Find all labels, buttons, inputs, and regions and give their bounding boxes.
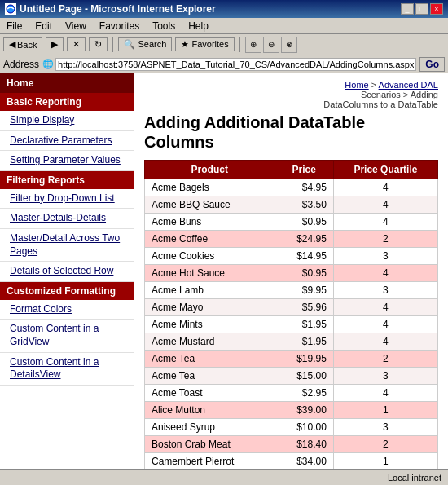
cell-price: $0.95 [275, 214, 333, 231]
ie-icon [5, 3, 16, 15]
column-header-price[interactable]: Price [275, 161, 333, 179]
minimize-button[interactable]: _ [401, 3, 414, 15]
cell-product: Acme Tea [145, 368, 275, 385]
menu-view[interactable]: View [62, 20, 90, 32]
sidebar-item-setting-parameter-values[interactable]: Setting Parameter Values [0, 151, 134, 171]
cell-quartile: 3 [333, 368, 437, 385]
title-bar-left: Untitled Page - Microsoft Internet Explo… [5, 3, 216, 15]
main-content-area: Home Basic Reporting Simple Display Decl… [0, 73, 448, 485]
table-row[interactable]: Acme Bagels$4.954 [145, 179, 438, 196]
cell-quartile: 1 [333, 402, 437, 419]
cell-product: Acme Toast [145, 385, 275, 402]
cell-product: Acme Tea [145, 351, 275, 368]
cell-price: $39.00 [275, 402, 333, 419]
table-row[interactable]: Acme Buns$0.954 [145, 214, 438, 231]
sidebar-item-declarative-parameters[interactable]: Declarative Parameters [0, 131, 134, 152]
sidebar-item-master-detail-two-pages[interactable]: Master/Detail Across Two Pages [0, 229, 134, 262]
cell-price: $24.95 [275, 231, 333, 248]
menu-help[interactable]: Help [185, 20, 212, 32]
cell-price: $1.95 [275, 316, 333, 333]
table-row[interactable]: Boston Crab Meat$18.402 [145, 436, 438, 453]
cell-price: $18.40 [275, 436, 333, 453]
cell-price: $3.50 [275, 196, 333, 214]
search-button[interactable]: 🔍 Search [118, 37, 172, 51]
cell-product: Acme Coffee [145, 231, 275, 248]
sidebar-item-details-selected-row[interactable]: Details of Selected Row [0, 262, 134, 282]
cell-quartile: 4 [333, 333, 437, 351]
favorites-button[interactable]: ★ Favorites [175, 37, 234, 51]
table-row[interactable]: Acme Mayo$5.964 [145, 299, 438, 316]
cell-price: $10.00 [275, 419, 333, 436]
table-row[interactable]: Acme Coffee$24.952 [145, 231, 438, 248]
table-row[interactable]: Acme Lamb$9.953 [145, 282, 438, 299]
cell-quartile: 2 [333, 351, 437, 368]
sidebar-item-custom-content-detailsview[interactable]: Custom Content in a DetailsView [0, 353, 134, 386]
table-row[interactable]: Aniseed Syrup$10.003 [145, 419, 438, 436]
cell-product: Acme Hot Sauce [145, 265, 275, 282]
sidebar: Home Basic Reporting Simple Display Decl… [0, 73, 134, 485]
address-bar: Address 🌐 Go [0, 55, 448, 73]
refresh-button[interactable]: ↻ [89, 37, 108, 51]
table-row[interactable]: Acme Toast$2.954 [145, 385, 438, 402]
cell-quartile: 4 [333, 265, 437, 282]
cell-product: Acme BBQ Sauce [145, 196, 275, 214]
table-row[interactable]: Acme Mints$1.954 [145, 316, 438, 333]
menu-tools[interactable]: Tools [149, 20, 178, 32]
table-row[interactable]: Acme Cookies$14.953 [145, 248, 438, 265]
cell-quartile: 4 [333, 316, 437, 333]
sidebar-item-simple-display[interactable]: Simple Display [0, 111, 134, 131]
media-icon-2[interactable]: ⊖ [263, 37, 279, 53]
breadcrumb-home-link[interactable]: Home [345, 80, 368, 90]
menu-favorites[interactable]: Favorites [96, 20, 143, 32]
cell-product: Acme Buns [145, 214, 275, 231]
table-row[interactable]: Acme Tea$15.003 [145, 368, 438, 385]
cell-quartile: 4 [333, 299, 437, 316]
cell-price: $5.96 [275, 299, 333, 316]
breadcrumb-advanced-dal-link[interactable]: Advanced DAL [379, 80, 438, 90]
column-header-product[interactable]: Product [145, 161, 275, 179]
sidebar-section-filtering-reports[interactable]: Filtering Reports [0, 171, 134, 189]
forward-button[interactable]: ▶ [46, 37, 64, 51]
cell-price: $1.95 [275, 333, 333, 351]
stop-button[interactable]: ✕ [67, 37, 86, 51]
media-buttons: ⊕ ⊖ ⊗ [245, 37, 297, 53]
back-button[interactable]: ◀ Back [3, 37, 42, 51]
cell-price: $19.95 [275, 351, 333, 368]
status-zone: Local intranet [388, 473, 441, 483]
sidebar-item-filter-dropdown[interactable]: Filter by Drop-Down List [0, 189, 134, 209]
menu-edit[interactable]: Edit [32, 20, 55, 32]
breadcrumb-separator-1: > [371, 80, 379, 90]
cell-product: Acme Mints [145, 316, 275, 333]
cell-quartile: 3 [333, 419, 437, 436]
sidebar-item-format-colors[interactable]: Format Colors [0, 300, 134, 320]
sidebar-section-basic-reporting[interactable]: Basic Reporting [0, 93, 134, 111]
sidebar-section-customized-formatting[interactable]: Customized Formatting [0, 282, 134, 300]
media-icon-1[interactable]: ⊕ [245, 37, 261, 53]
table-row[interactable]: Acme BBQ Sauce$3.504 [145, 196, 438, 214]
column-header-quartile[interactable]: Price Quartile [333, 161, 437, 179]
table-row[interactable]: Acme Hot Sauce$0.954 [145, 265, 438, 282]
cell-product: Acme Mustard [145, 333, 275, 351]
cell-product: Aniseed Syrup [145, 419, 275, 436]
cell-quartile: 3 [333, 248, 437, 265]
menu-bar: File Edit View Favorites Tools Help [0, 18, 448, 34]
page-title: Adding Additional DataTable Columns [144, 112, 438, 152]
table-row[interactable]: Camembert Pierrot$34.001 [145, 453, 438, 470]
table-row[interactable]: Acme Tea$19.952 [145, 351, 438, 368]
close-button[interactable]: × [430, 3, 443, 15]
maximize-button[interactable]: □ [415, 3, 428, 15]
media-icon-3[interactable]: ⊗ [281, 37, 297, 53]
cell-price: $9.95 [275, 282, 333, 299]
sidebar-item-custom-content-gridview[interactable]: Custom Content in a GridView [0, 320, 134, 352]
go-button[interactable]: Go [419, 57, 445, 72]
cell-quartile: 4 [333, 214, 437, 231]
window-controls[interactable]: _ □ × [401, 3, 443, 15]
address-input[interactable] [55, 58, 416, 71]
cell-price: $0.95 [275, 265, 333, 282]
window-title: Untitled Page - Microsoft Internet Explo… [20, 3, 216, 15]
table-row[interactable]: Alice Mutton$39.001 [145, 402, 438, 419]
sidebar-home-item[interactable]: Home [0, 73, 134, 93]
table-row[interactable]: Acme Mustard$1.954 [145, 333, 438, 351]
sidebar-item-master-details-details[interactable]: Master-Details-Details [0, 209, 134, 229]
menu-file[interactable]: File [3, 20, 25, 32]
